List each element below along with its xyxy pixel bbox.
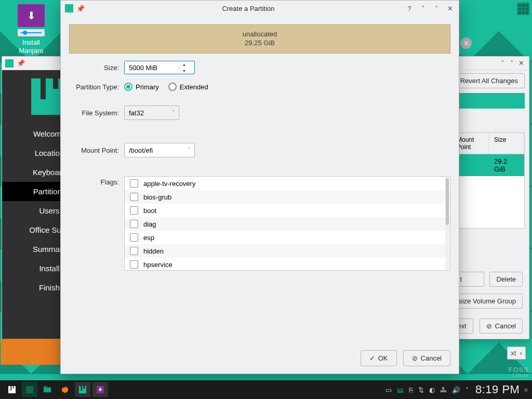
spin-up-icon[interactable]: ▲ <box>179 61 189 68</box>
taskbar-clock[interactable]: 8:19 PM <box>475 383 520 396</box>
volume-group-label: Resize Volume Group <box>450 297 516 305</box>
background-orange-strip <box>1 339 61 365</box>
app-grid-button[interactable] <box>517 3 529 15</box>
svg-rect-3 <box>26 386 33 393</box>
calamares-task-icon[interactable] <box>75 382 90 397</box>
installer-icon-decoration <box>18 29 45 36</box>
label-filesystem: File System: <box>69 109 124 117</box>
window-maximize-icon[interactable]: ˄ <box>507 59 516 68</box>
tray-update-icon[interactable]: ⇅ <box>418 386 424 394</box>
label-mount-point: Mount Point: <box>69 147 124 154</box>
flag-row-hpservice[interactable]: hpservice <box>125 258 450 271</box>
flag-row-apple-tv-recovery[interactable]: apple-tv-recovery <box>125 177 450 190</box>
desktop-icon-install-manjaro[interactable]: ⬇ Install Manjaro Linux <box>10 4 52 63</box>
svg-rect-9 <box>84 386 85 389</box>
next-chip-peek[interactable]: xt › <box>507 347 526 360</box>
flag-row-esp[interactable]: esp <box>125 231 450 244</box>
unallocated-size: 29.25 GiB <box>245 39 275 48</box>
tray-clipboard-icon[interactable]: ⎘ <box>409 386 413 394</box>
system-tray: ▭ 🖴 ⎘ ⇅ ◐ 🖧 🔊 ˄ <box>385 386 469 394</box>
flag-row-hidden[interactable]: hidden <box>125 244 450 258</box>
manjaro-logo-icon <box>5 59 14 68</box>
window-maximize-icon[interactable]: ˄ <box>432 4 441 13</box>
checkbox[interactable] <box>130 206 138 215</box>
cancel-button-installer[interactable]: ⊘ Cancel <box>480 318 523 334</box>
column-size: Size <box>489 133 524 154</box>
flag-row-boot[interactable]: boot <box>125 204 450 217</box>
mount-point-value: /boot/efi <box>129 147 153 154</box>
tray-network-icon[interactable]: 🖧 <box>440 386 447 394</box>
unallocated-space-bar[interactable]: unallocated 29.25 GiB <box>69 24 450 54</box>
svg-rect-0 <box>8 386 16 393</box>
watermark: FOSS Linux <box>509 367 529 378</box>
app-launcher-icon[interactable] <box>4 382 20 397</box>
window-close-icon[interactable]: ✕ <box>445 4 455 13</box>
ok-label: OK <box>378 354 388 362</box>
tray-shield-icon[interactable]: ◐ <box>429 386 435 394</box>
size-input[interactable]: ▲ ▼ <box>124 61 195 74</box>
checkbox[interactable] <box>130 179 138 188</box>
radio-extended[interactable]: Extended <box>168 83 208 91</box>
unallocated-label: unallocated <box>243 30 277 39</box>
label-flags: Flags: <box>69 176 124 186</box>
flag-label: esp <box>143 234 154 242</box>
chevron-down-icon: ˇ <box>188 147 190 153</box>
flag-label: hidden <box>143 247 164 255</box>
flag-label: boot <box>143 207 156 215</box>
radio-primary-label: Primary <box>136 83 159 91</box>
mount-point-select[interactable]: /boot/efi ˇ <box>124 143 195 157</box>
tray-chevron-up-icon[interactable]: ˄ <box>466 386 469 394</box>
radio-extended-label: Extended <box>180 83 208 91</box>
svg-rect-2 <box>13 386 14 388</box>
flag-label: apple-tv-recovery <box>143 180 195 188</box>
tray-window-icon[interactable]: ▭ <box>385 386 392 394</box>
flags-scrollbar[interactable] <box>445 177 449 270</box>
checkbox[interactable] <box>130 233 138 242</box>
taskbar: ▭ 🖴 ⎘ ⇅ ◐ 🖧 🔊 ˄ 8:19 PM ≡ <box>0 380 532 399</box>
tray-usb-icon[interactable]: 🖴 <box>397 386 404 394</box>
size-field[interactable] <box>125 61 179 74</box>
label-partition-type: Partition Type: <box>69 83 124 91</box>
window-minimize-icon[interactable]: ˅ <box>498 59 507 68</box>
spin-down-icon[interactable]: ▼ <box>179 68 189 74</box>
cancel-icon: ⊘ <box>412 354 418 362</box>
flag-row-bios-grub[interactable]: bios-grub <box>125 190 450 204</box>
installer-task-icon[interactable] <box>92 382 108 397</box>
window-minimize-icon[interactable]: ˅ <box>418 4 428 13</box>
background-window-close[interactable]: ✕ <box>460 37 472 49</box>
radio-icon <box>168 83 177 91</box>
pin-icon[interactable]: 📌 <box>17 59 25 67</box>
ok-button[interactable]: ✓ OK <box>361 350 397 366</box>
checkbox[interactable] <box>130 220 138 228</box>
delete-button[interactable]: Delete <box>489 272 523 287</box>
cancel-label: Cancel <box>421 354 442 362</box>
firefox-icon[interactable] <box>57 382 73 397</box>
file-manager-icon[interactable] <box>39 382 55 397</box>
flag-row-diag[interactable]: diag <box>125 217 450 231</box>
window-close-icon[interactable]: ✕ <box>516 59 526 68</box>
pin-icon[interactable]: 📌 <box>76 5 85 12</box>
checkbox[interactable] <box>130 193 138 201</box>
show-desktop-icon[interactable] <box>22 382 37 397</box>
flag-label: bios-grub <box>143 193 171 201</box>
checkbox[interactable] <box>130 260 138 269</box>
help-icon[interactable]: ? <box>405 4 414 13</box>
radio-primary[interactable]: Primary <box>124 83 159 91</box>
dialog-title: Create a Partition <box>92 5 405 12</box>
free-space-size: 29.2 GiB <box>489 154 524 176</box>
svg-rect-4 <box>44 388 51 393</box>
svg-rect-5 <box>44 386 47 388</box>
cancel-button[interactable]: ⊘ Cancel <box>403 350 450 366</box>
create-partition-dialog: 📌 Create a Partition ? ˅ ˄ ✕ unallocated… <box>60 0 459 374</box>
tray-overflow-icon[interactable]: ≡ <box>524 386 528 394</box>
svg-rect-8 <box>81 386 83 391</box>
manjaro-logo-icon <box>65 4 73 12</box>
tray-volume-icon[interactable]: 🔊 <box>452 386 460 394</box>
check-icon: ✓ <box>369 354 375 362</box>
dialog-titlebar: 📌 Create a Partition ? ˅ ˄ ✕ <box>61 1 459 16</box>
revert-all-changes-button[interactable]: Revert All Changes <box>454 73 525 88</box>
radio-icon <box>124 83 132 91</box>
filesystem-select[interactable]: fat32 ˇ <box>124 105 179 120</box>
flags-list: apple-tv-recovery bios-grub boot diag es… <box>124 176 450 271</box>
checkbox[interactable] <box>130 247 138 255</box>
